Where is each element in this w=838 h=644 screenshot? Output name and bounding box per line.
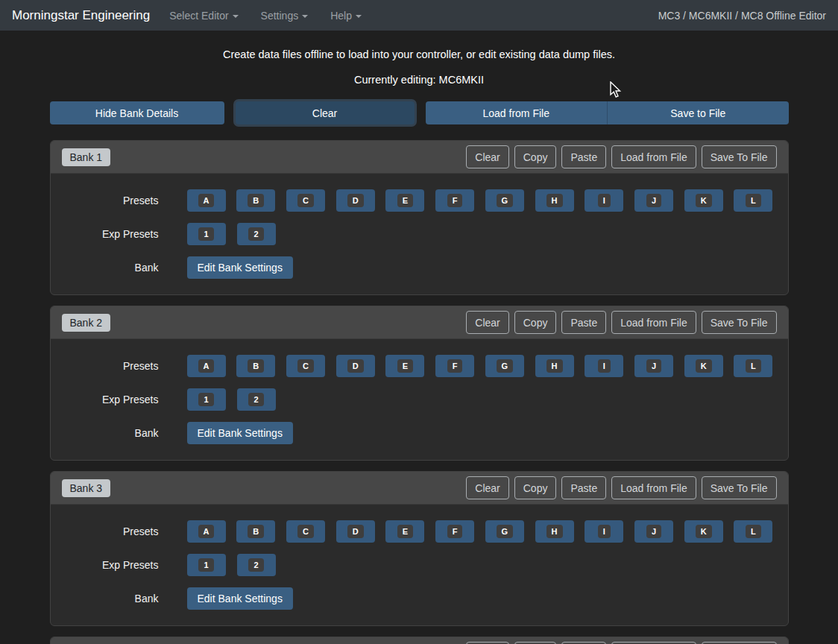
preset-c-button[interactable]: C [286,520,325,543]
edit-bank-settings-button[interactable]: Edit Bank Settings [187,587,293,610]
preset-l-button[interactable]: L [734,189,772,212]
bank-name-button[interactable]: Bank 3 [62,479,111,497]
preset-key-badge: J [646,525,661,538]
preset-f-button[interactable]: F [435,520,474,543]
bank-settings-content: Edit Bank Settings [187,256,773,279]
preset-h-button[interactable]: H [535,520,574,543]
bank-load-from-file-button[interactable]: Load from File [611,311,696,334]
bank-paste-button[interactable]: Paste [561,311,606,334]
preset-g-button[interactable]: G [485,355,524,377]
preset-key-badge: G [497,359,514,373]
bank-save-to-file-button[interactable]: Save To File [702,476,777,499]
global-toolbar: Hide Bank Details Clear Load from File S… [50,101,789,124]
preset-k-button[interactable]: K [684,520,723,543]
edit-bank-settings-button[interactable]: Edit Bank Settings [187,422,293,444]
preset-c-button[interactable]: C [286,189,325,212]
preset-a-button[interactable]: A [187,355,226,377]
edit-bank-settings-button[interactable]: Edit Bank Settings [187,256,293,279]
menu-settings[interactable]: Settings [261,10,309,22]
preset-d-button[interactable]: D [336,355,375,377]
preset-key-badge: B [248,194,264,207]
offline-editor-page: { "navbar": { "brand": "Morningstar Engi… [0,0,838,644]
exp-preset-key-badge: 2 [248,558,263,572]
preset-g-button[interactable]: G [485,189,524,212]
exp-presets-row: Exp Presets 12 [66,223,773,245]
preset-key-badge: J [646,194,661,207]
bank-name-button[interactable]: Bank 1 [62,148,111,166]
exp-preset-2-button[interactable]: 2 [237,223,276,245]
preset-h-button[interactable]: H [535,189,574,212]
preset-b-button[interactable]: B [236,355,275,377]
preset-key-badge: J [646,359,661,373]
preset-j-button[interactable]: J [634,189,673,212]
preset-key-badge: F [447,194,463,207]
preset-f-button[interactable]: F [435,355,474,377]
preset-i-button[interactable]: I [585,355,623,377]
preset-j-button[interactable]: J [634,520,673,543]
bank-label: Bank [66,593,159,604]
bank-clear-button[interactable]: Clear [466,311,508,334]
preset-j-button[interactable]: J [634,355,673,377]
preset-h-button[interactable]: H [535,355,574,377]
bank-panel: Bank 3 ClearCopyPasteLoad from FileSave … [50,471,789,626]
preset-d-button[interactable]: D [336,520,375,543]
bank-load-from-file-button[interactable]: Load from File [611,476,696,499]
bank-copy-button[interactable]: Copy [514,311,557,334]
bank-save-to-file-button[interactable]: Save To File [702,311,777,334]
exp-preset-buttons: 12 [187,554,773,576]
preset-d-button[interactable]: D [336,189,375,212]
save-to-file-button[interactable]: Save to File [607,101,789,124]
preset-l-button[interactable]: L [734,355,772,377]
menu-help[interactable]: Help [330,10,362,22]
clear-all-button[interactable]: Clear [236,101,415,124]
preset-g-button[interactable]: G [485,520,524,543]
presets-row: Presets ABCDEFGHIJKL [66,520,773,543]
exp-preset-1-button[interactable]: 1 [187,388,226,411]
exp-preset-2-button[interactable]: 2 [237,554,276,576]
preset-b-button[interactable]: B [236,520,275,543]
exp-preset-2-button[interactable]: 2 [237,388,276,411]
menu-help-label: Help [330,10,352,22]
preset-key-badge: A [198,525,215,538]
bank-paste-button[interactable]: Paste [561,476,606,499]
bank-name-button[interactable]: Bank 2 [62,314,111,332]
preset-c-button[interactable]: C [286,355,325,377]
bank-header-buttons: ClearCopyPasteLoad from FileSave To File [466,145,776,168]
preset-buttons: ABCDEFGHIJKL [187,520,773,543]
exp-preset-1-button[interactable]: 1 [187,554,226,576]
preset-e-button[interactable]: E [385,189,424,212]
exp-preset-key-badge: 1 [198,393,213,406]
chevron-down-icon [302,15,308,18]
preset-e-button[interactable]: E [385,355,424,377]
chevron-down-icon [233,15,239,18]
exp-preset-1-button[interactable]: 1 [187,223,226,245]
menu-select-editor[interactable]: Select Editor [169,10,238,22]
preset-f-button[interactable]: F [435,189,474,212]
bank-clear-button[interactable]: Clear [466,145,508,168]
preset-key-badge: B [248,525,264,538]
load-from-file-button[interactable]: Load from File [426,101,608,124]
navbar-brand[interactable]: Morningstar Engineering [12,8,150,23]
preset-i-button[interactable]: I [585,520,623,543]
preset-key-badge: E [397,359,413,373]
bank-clear-button[interactable]: Clear [466,476,508,499]
preset-e-button[interactable]: E [385,520,424,543]
bank-save-to-file-button[interactable]: Save To File [702,145,777,168]
bank-copy-button[interactable]: Copy [514,145,557,168]
preset-i-button[interactable]: I [585,189,623,212]
preset-a-button[interactable]: A [187,520,226,543]
preset-key-badge: D [347,359,364,373]
preset-a-button[interactable]: A [187,189,226,212]
bank-panel: Bank 2 ClearCopyPasteLoad from FileSave … [50,306,789,461]
preset-key-badge: E [397,525,413,538]
bank-load-from-file-button[interactable]: Load from File [611,145,696,168]
bank-paste-button[interactable]: Paste [561,145,606,168]
hide-bank-details-button[interactable]: Hide Bank Details [50,101,224,124]
bank-copy-button[interactable]: Copy [514,476,557,499]
preset-l-button[interactable]: L [734,520,772,543]
preset-k-button[interactable]: K [684,355,723,377]
preset-key-badge: H [546,194,563,207]
preset-b-button[interactable]: B [236,189,275,212]
currently-editing-text: Currently editing: MC6MKII [50,74,789,86]
preset-k-button[interactable]: K [684,189,723,212]
